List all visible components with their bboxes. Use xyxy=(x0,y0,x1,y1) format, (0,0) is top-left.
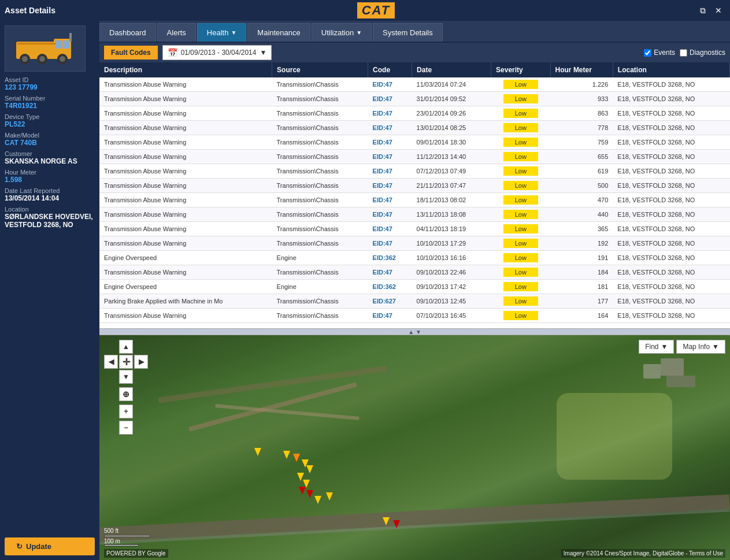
map-info-button[interactable]: Map Info ▼ xyxy=(676,340,725,354)
cell-code[interactable]: EID:47 xyxy=(368,135,412,150)
map-info-dropdown-arrow[interactable]: ▼ xyxy=(712,343,719,351)
map-marker-13[interactable] xyxy=(393,520,400,528)
diagnostics-checkbox[interactable] xyxy=(680,49,687,57)
table-row[interactable]: Transmission Abuse Warning Transmission\… xyxy=(99,150,730,164)
cell-code[interactable]: EID:47 xyxy=(368,265,412,280)
table-row[interactable]: Transmission Abuse Warning Transmission\… xyxy=(99,92,730,106)
code-link[interactable]: EID:47 xyxy=(373,81,392,88)
map-zoom-in[interactable]: + xyxy=(119,405,133,418)
window-controls[interactable]: ⧉ ✕ xyxy=(696,5,725,17)
cell-code[interactable]: EID:47 xyxy=(368,164,412,179)
code-link[interactable]: EID:47 xyxy=(373,269,392,276)
tab-alerts[interactable]: Alerts xyxy=(157,23,196,42)
cell-code[interactable]: EID:47 xyxy=(368,309,412,323)
fault-codes-table-area[interactable]: Description Source Code Date Severity Ho… xyxy=(99,62,730,328)
table-row[interactable]: Transmission Abuse Warning Transmission\… xyxy=(99,164,730,179)
cell-severity: Low xyxy=(491,150,550,164)
code-link[interactable]: EID:47 xyxy=(373,139,392,146)
fault-codes-button[interactable]: Fault Codes xyxy=(104,46,158,60)
fault-codes-table: Description Source Code Date Severity Ho… xyxy=(99,62,730,323)
update-button[interactable]: ↻ Update xyxy=(5,537,95,555)
code-link[interactable]: EID:47 xyxy=(373,225,392,232)
map-nav-right[interactable]: ▶ xyxy=(134,355,148,369)
cell-code[interactable]: EID:47 xyxy=(368,179,412,193)
table-row[interactable]: Transmission Abuse Warning Transmission\… xyxy=(99,309,730,323)
resize-handle[interactable]: ▲ ▼ xyxy=(99,328,730,335)
code-link[interactable]: EID:362 xyxy=(373,254,396,261)
cell-code[interactable]: EID:47 xyxy=(368,77,412,92)
table-row[interactable]: Transmission Abuse Warning Transmission\… xyxy=(99,135,730,150)
table-row[interactable]: Engine Overspeed Engine EID:362 09/10/20… xyxy=(99,280,730,294)
date-range-arrow[interactable]: ▼ xyxy=(260,49,266,57)
table-row[interactable]: Transmission Abuse Warning Transmission\… xyxy=(99,207,730,222)
date-range-selector[interactable]: 📅 01/09/2013 - 30/04/2014 ▼ xyxy=(162,45,272,60)
cell-code[interactable]: EID:362 xyxy=(368,251,412,265)
cell-date: 07/10/2013 16:45 xyxy=(412,309,491,323)
table-row[interactable]: Transmission Abuse Warning Transmission\… xyxy=(99,265,730,280)
cell-code[interactable]: EID:627 xyxy=(368,294,412,309)
table-row[interactable]: Transmission Abuse Warning Transmission\… xyxy=(99,222,730,236)
table-row[interactable]: Transmission Abuse Warning Transmission\… xyxy=(99,179,730,193)
find-dropdown-arrow[interactable]: ▼ xyxy=(661,343,668,351)
code-link[interactable]: EID:47 xyxy=(373,196,392,203)
cell-hour-meter: 191 xyxy=(550,251,613,265)
code-link[interactable]: EID:47 xyxy=(373,110,392,117)
code-link[interactable]: EID:47 xyxy=(373,240,392,247)
table-row[interactable]: Transmission Abuse Warning Transmission\… xyxy=(99,106,730,121)
cell-location: E18, VESTFOLD 3268, NO xyxy=(613,207,729,222)
table-row[interactable]: Parking Brake Applied with Machine in Mo… xyxy=(99,294,730,309)
tab-maintenance[interactable]: Maintenance xyxy=(247,23,310,42)
code-link[interactable]: EID:47 xyxy=(373,168,392,175)
map-target-btn[interactable]: ⊕ xyxy=(119,387,133,401)
tab-health[interactable]: Health ▼ xyxy=(197,23,246,42)
code-link[interactable]: EID:47 xyxy=(373,95,392,102)
code-link[interactable]: EID:47 xyxy=(373,211,392,218)
cell-code[interactable]: EID:47 xyxy=(368,207,412,222)
health-dropdown-arrow[interactable]: ▼ xyxy=(231,29,236,36)
code-link[interactable]: EID:362 xyxy=(373,283,396,290)
vehicle-image xyxy=(5,25,86,72)
map-nav-left[interactable]: ◀ xyxy=(104,355,118,369)
map-nav-up[interactable]: ▲ xyxy=(119,340,133,354)
code-link[interactable]: EID:47 xyxy=(373,312,392,319)
cell-code[interactable]: EID:47 xyxy=(368,193,412,207)
cell-source: Transmission\Chassis xyxy=(272,265,368,280)
tab-dashboard[interactable]: Dashboard xyxy=(99,23,156,42)
cell-code[interactable]: EID:47 xyxy=(368,121,412,135)
code-link[interactable]: EID:47 xyxy=(373,182,392,189)
restore-button[interactable]: ⧉ xyxy=(696,5,709,17)
map-nav-down[interactable]: ▼ xyxy=(119,370,133,384)
find-button[interactable]: Find ▼ xyxy=(639,340,674,354)
map-marker-2[interactable] xyxy=(283,451,290,459)
cell-code[interactable]: EID:47 xyxy=(368,236,412,251)
map-marker-3[interactable] xyxy=(293,454,300,462)
code-link[interactable]: EID:627 xyxy=(373,298,396,305)
map-marker-10[interactable] xyxy=(314,496,321,504)
map-zoom-out[interactable]: − xyxy=(119,421,133,435)
cell-code[interactable]: EID:47 xyxy=(368,222,412,236)
cell-code[interactable]: EID:47 xyxy=(368,150,412,164)
map-marker-1[interactable] xyxy=(254,448,261,456)
tab-utilization[interactable]: Utilization ▼ xyxy=(312,23,372,42)
cell-code[interactable]: EID:362 xyxy=(368,280,412,294)
map-marker-11[interactable] xyxy=(326,492,333,500)
table-row[interactable]: Engine Overspeed Engine EID:362 10/10/20… xyxy=(99,251,730,265)
cell-code[interactable]: EID:47 xyxy=(368,106,412,121)
map-nav-center[interactable]: ✛ xyxy=(119,355,133,369)
table-row[interactable]: Transmission Abuse Warning Transmission\… xyxy=(99,121,730,135)
map-marker-5[interactable] xyxy=(306,465,313,473)
diagnostics-checkbox-group: Diagnostics xyxy=(680,49,725,57)
table-row[interactable]: Transmission Abuse Warning Transmission\… xyxy=(99,236,730,251)
code-link[interactable]: EID:47 xyxy=(373,124,392,131)
code-link[interactable]: EID:47 xyxy=(373,153,392,160)
map-marker-12[interactable] xyxy=(383,517,390,525)
utilization-dropdown-arrow[interactable]: ▼ xyxy=(356,29,362,36)
map-marker-8[interactable] xyxy=(299,487,306,495)
close-button[interactable]: ✕ xyxy=(712,5,725,17)
table-row[interactable]: Transmission Abuse Warning Transmission\… xyxy=(99,77,730,92)
tab-system-details[interactable]: System Details xyxy=(373,23,443,42)
table-row[interactable]: Transmission Abuse Warning Transmission\… xyxy=(99,193,730,207)
cell-code[interactable]: EID:47 xyxy=(368,92,412,106)
events-checkbox[interactable] xyxy=(644,49,651,57)
map-marker-9[interactable] xyxy=(306,490,313,498)
